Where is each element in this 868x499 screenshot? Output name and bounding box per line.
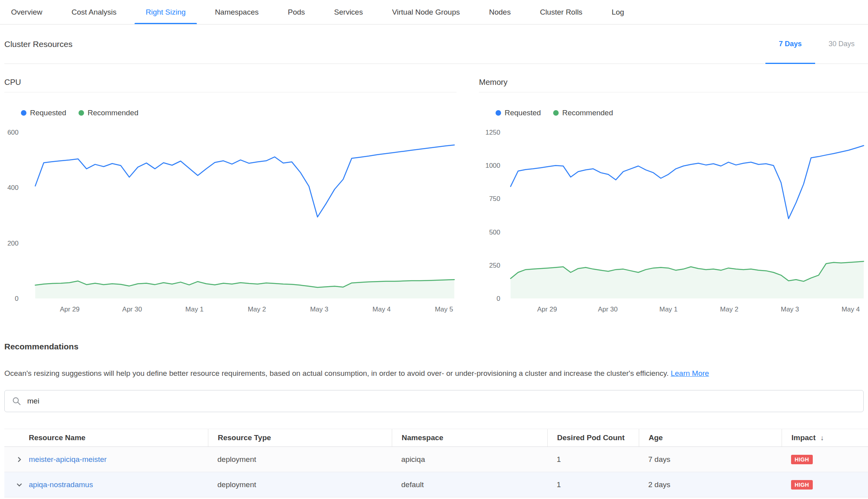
recommendations-description: Ocean's resizing suggestions will help y… xyxy=(4,369,864,378)
column-header-resource-name[interactable]: Resource Name xyxy=(29,429,208,446)
x-axis-tick: May 1 xyxy=(185,306,204,313)
tab-bar: OverviewCost AnalysisRight SizingNamespa… xyxy=(0,0,868,24)
resource-type-cell: deployment xyxy=(208,480,392,489)
y-axis-tick: 750 xyxy=(489,195,500,203)
tab-log[interactable]: Log xyxy=(600,0,635,24)
resource-type-cell: deployment xyxy=(208,455,392,464)
column-header-namespace[interactable]: Namespace xyxy=(392,429,547,446)
chart-memory: MemoryRequestedRecommended12501000750500… xyxy=(479,78,868,322)
tab-services[interactable]: Services xyxy=(323,0,374,24)
series-area-recommended xyxy=(35,280,454,298)
pod-count-cell: 1 xyxy=(547,455,639,464)
tab-cost-analysis[interactable]: Cost Analysis xyxy=(60,0,127,24)
x-axis-tick: May 4 xyxy=(842,306,860,313)
series-line-requested xyxy=(511,146,864,219)
impact-cell: HIGH xyxy=(782,480,868,490)
y-axis-tick: 500 xyxy=(489,229,500,236)
table-row-meister-apiciqa-meister[interactable]: meister-apiciqa-meisterdeploymentapiciqa… xyxy=(4,447,868,472)
legend-item-recommended[interactable]: Recommended xyxy=(79,109,138,117)
age-cell: 7 days xyxy=(639,455,782,464)
charts-row: CPURequestedRecommended6004002000Apr 29A… xyxy=(4,78,868,322)
chevron-down-icon[interactable] xyxy=(16,481,23,488)
recommendations-description-text: Ocean's resizing suggestions will help y… xyxy=(4,369,669,377)
chart-canvas-cpu: 6004002000Apr 29Apr 30May 1May 2May 3May… xyxy=(4,123,456,321)
chart-title-cpu: CPU xyxy=(4,78,456,87)
search-icon xyxy=(12,396,21,406)
tab-overview[interactable]: Overview xyxy=(0,0,53,24)
x-axis-tick: May 4 xyxy=(372,306,391,313)
right-sizing-page: Cluster Resources 7 Days30 Days CPUReque… xyxy=(0,24,868,497)
legend-label: Recommended xyxy=(562,109,613,117)
sort-descending-icon[interactable]: ↓ xyxy=(820,434,824,442)
legend-item-recommended[interactable]: Recommended xyxy=(553,109,613,117)
y-axis-tick: 0 xyxy=(15,295,19,302)
legend-item-requested[interactable]: Requested xyxy=(21,109,66,117)
y-axis-tick: 1250 xyxy=(485,129,500,136)
legend-dot-icon xyxy=(21,110,26,116)
y-axis-tick: 400 xyxy=(7,184,19,191)
chart-cpu: CPURequestedRecommended6004002000Apr 29A… xyxy=(4,78,456,322)
tab-virtual-node-groups[interactable]: Virtual Node Groups xyxy=(381,0,471,24)
tab-namespaces[interactable]: Namespaces xyxy=(204,0,270,24)
y-axis-tick: 1000 xyxy=(485,162,500,169)
chevron-right-icon[interactable] xyxy=(16,456,23,463)
x-axis-tick: Apr 30 xyxy=(122,306,142,313)
legend-dot-icon xyxy=(553,110,559,116)
y-axis-tick: 600 xyxy=(7,129,19,136)
chart-legend: RequestedRecommended xyxy=(21,109,456,117)
x-axis-tick: May 3 xyxy=(781,306,799,313)
column-header-age[interactable]: Age xyxy=(639,429,782,446)
x-axis-tick: May 3 xyxy=(310,306,328,313)
table-row-apiqa-nostradamus[interactable]: apiqa-nostradamusdeploymentdefault12 day… xyxy=(4,472,868,497)
x-axis-tick: Apr 29 xyxy=(60,306,80,313)
y-axis-tick: 250 xyxy=(489,262,500,269)
column-header-desired-pod-count[interactable]: Desired Pod Count xyxy=(547,429,639,446)
resource-name-cell: apiqa-nostradamus xyxy=(29,480,208,489)
impact-cell: HIGH xyxy=(782,455,868,464)
section-title-cluster-resources: Cluster Resources xyxy=(4,39,73,49)
chart-header: CPU xyxy=(4,78,456,92)
chart-header: Memory xyxy=(479,78,868,92)
resource-name-link[interactable]: meister-apiciqa-meister xyxy=(29,455,107,463)
column-header-resource-type[interactable]: Resource Type xyxy=(208,429,392,446)
header-expander-spacer xyxy=(4,429,29,446)
time-range-toggle: 7 Days30 Days xyxy=(765,24,868,64)
legend-dot-icon xyxy=(79,110,84,116)
chart-title-memory: Memory xyxy=(479,78,868,87)
legend-item-requested[interactable]: Requested xyxy=(496,109,541,117)
tab-nodes[interactable]: Nodes xyxy=(478,0,522,24)
legend-label: Requested xyxy=(30,109,66,117)
resource-name-link[interactable]: apiqa-nostradamus xyxy=(29,480,93,489)
impact-badge: HIGH xyxy=(791,455,813,464)
x-axis-tick: May 2 xyxy=(720,306,738,313)
recommendations-table: Resource NameResource TypeNamespaceDesir… xyxy=(4,429,868,497)
tab-pods[interactable]: Pods xyxy=(277,0,316,24)
namespace-cell: default xyxy=(392,480,547,489)
row-expander[interactable] xyxy=(4,481,29,488)
search-input[interactable] xyxy=(26,396,856,406)
tab-right-sizing[interactable]: Right Sizing xyxy=(135,0,196,24)
table-header-row: Resource NameResource TypeNamespaceDesir… xyxy=(4,429,868,447)
chart-canvas-memory: 125010007505002500Apr 29Apr 30May 1May 2… xyxy=(479,123,868,321)
column-header-impact[interactable]: Impact ↓ xyxy=(782,429,868,446)
row-expander[interactable] xyxy=(4,456,29,463)
range-30-days[interactable]: 30 Days xyxy=(815,24,868,64)
y-axis-tick: 0 xyxy=(497,295,500,302)
age-cell: 2 days xyxy=(639,480,782,489)
chart-plot: 6004002000Apr 29Apr 30May 1May 2May 3May… xyxy=(4,123,456,322)
x-axis-tick: May 2 xyxy=(248,306,266,313)
y-axis-tick: 200 xyxy=(7,240,19,247)
x-axis-tick: Apr 29 xyxy=(537,306,557,313)
x-axis-tick: May 5 xyxy=(435,306,453,313)
resource-name-cell: meister-apiciqa-meister xyxy=(29,455,208,464)
namespace-cell: apiciqa xyxy=(392,455,547,464)
section-title-recommendations: Recommendations xyxy=(4,342,868,351)
tab-cluster-rolls[interactable]: Cluster Rolls xyxy=(529,0,593,24)
legend-label: Recommended xyxy=(88,109,138,117)
learn-more-link[interactable]: Learn More xyxy=(671,369,709,377)
search-box[interactable] xyxy=(4,390,864,412)
cluster-resources-header: Cluster Resources 7 Days30 Days xyxy=(4,24,868,64)
range-7-days[interactable]: 7 Days xyxy=(765,24,815,64)
chart-plot: 125010007505002500Apr 29Apr 30May 1May 2… xyxy=(479,123,868,322)
pod-count-cell: 1 xyxy=(547,480,639,489)
